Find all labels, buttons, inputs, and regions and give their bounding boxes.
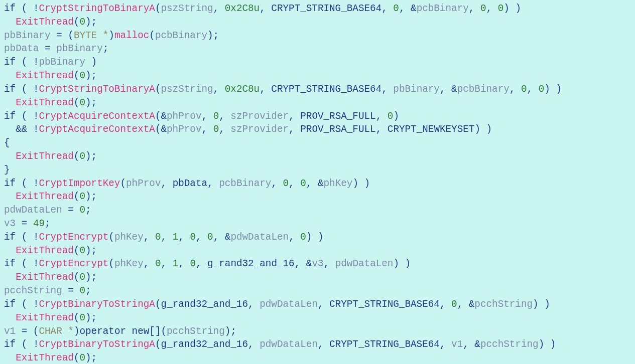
code-line: if ( !CryptAcquireContextA(&phProv, 0, s…	[4, 111, 399, 122]
code-line: ExitThread(0);	[4, 352, 97, 363]
code-line: v3 = 49;	[4, 218, 51, 229]
fn-ExitThread: ExitThread	[16, 17, 74, 28]
code-line: if ( !CryptStringToBinaryA(pszString, 0x…	[4, 3, 521, 14]
code-line: pcchString = 0;	[4, 285, 91, 296]
keyword-if: if	[4, 3, 16, 14]
code-line: v1 = (CHAR *)operator new[](pcchString);	[4, 326, 236, 337]
code-line: ExitThread(0);	[4, 70, 97, 81]
code-line: if ( !CryptStringToBinaryA(pszString, 0x…	[4, 84, 562, 95]
code-line: ExitThread(0);	[4, 151, 97, 162]
code-line: if ( !pbBinary )	[4, 57, 97, 68]
code-line: ExitThread(0);	[4, 245, 97, 256]
code-line: if ( !CryptImportKey(phProv, pbData, pcb…	[4, 178, 370, 189]
code-line: pdwDataLen = 0;	[4, 205, 91, 216]
code-line: if ( !CryptBinaryToStringA(g_rand32_and_…	[4, 299, 550, 310]
code-line: if ( !CryptEncrypt(phKey, 0, 1, 0, g_ran…	[4, 258, 411, 269]
fn-CryptStringToBinaryA: CryptStringToBinaryA	[39, 3, 155, 14]
code-line: ExitThread(0);	[4, 312, 97, 323]
code-line: ExitThread(0);	[4, 272, 97, 283]
code-line: ExitThread(0);	[4, 17, 97, 28]
fn-CryptEncrypt: CryptEncrypt	[39, 232, 108, 243]
decompiled-code-block: if ( !CryptStringToBinaryA(pszString, 0x…	[0, 0, 635, 364]
code-line: if ( !CryptBinaryToStringA(g_rand32_and_…	[4, 339, 556, 350]
code-line: ExitThread(0);	[4, 191, 97, 202]
fn-malloc: malloc	[114, 30, 149, 41]
code-line: && !CryptAcquireContextA(&phProv, 0, szP…	[4, 124, 492, 135]
code-line: pbBinary = (BYTE *)malloc(pcbBinary);	[4, 30, 219, 41]
code-line: if ( !CryptEncrypt(phKey, 0, 1, 0, 0, &p…	[4, 232, 324, 243]
code-line: ExitThread(0);	[4, 97, 97, 108]
fn-CryptImportKey: CryptImportKey	[39, 178, 120, 189]
code-line: pbData = pbBinary;	[4, 43, 108, 54]
code-line: {	[4, 137, 10, 148]
fn-CryptAcquireContextA: CryptAcquireContextA	[39, 111, 155, 122]
fn-CryptBinaryToStringA: CryptBinaryToStringA	[39, 299, 155, 310]
code-line: }	[4, 164, 10, 175]
